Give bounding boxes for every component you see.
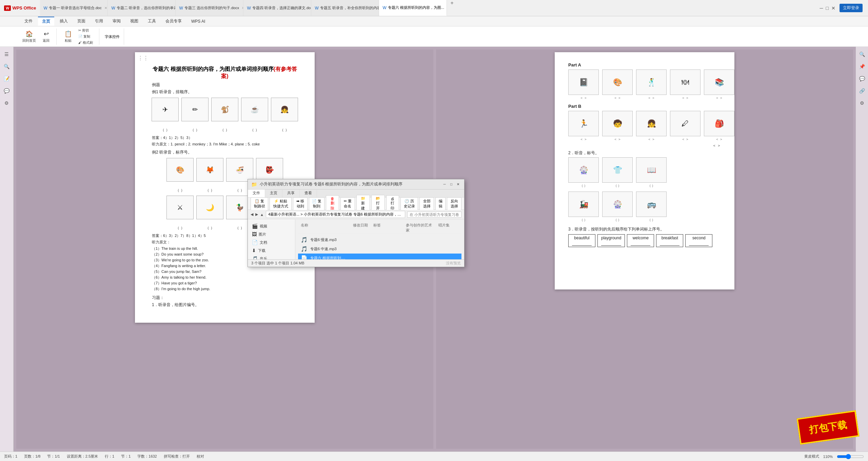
- tab-专题一 [interactable]: W专题一 听录音选出字母组合.doc✕: [40, 0, 108, 16]
- dialog-tab-file[interactable]: 文件: [248, 189, 265, 197]
- right-sidebar-icon-1[interactable]: 🔍: [857, 49, 867, 59]
- sidebar-icon-5[interactable]: ⚙: [2, 98, 12, 108]
- ribbon-tab-会员专享[interactable]: 会员专享: [161, 17, 186, 25]
- cut-button[interactable]: ✂ 剪切: [76, 28, 95, 33]
- add-tab-button[interactable]: +: [447, 0, 457, 16]
- paste-button[interactable]: 📋 粘贴: [62, 29, 74, 44]
- toolbar-btn-invert[interactable]: 反向选择: [447, 197, 461, 210]
- sidebar-item-pictures[interactable]: 🖼 图片: [248, 230, 295, 238]
- sidebar-icon-2[interactable]: 🔍: [2, 62, 12, 71]
- dialog-tab-share[interactable]: 共享: [282, 189, 300, 197]
- sidebar-item-docs[interactable]: 📄 文档: [248, 238, 295, 246]
- toolbar-btn-edit[interactable]: 编辑: [435, 197, 446, 210]
- toolbar-btn-history[interactable]: 🕐 历史记录: [400, 197, 418, 210]
- search-input[interactable]: [407, 212, 461, 218]
- restore-icon[interactable]: □: [826, 5, 829, 11]
- right-sidebar-icon-3[interactable]: 💬: [857, 74, 867, 83]
- nav-up-arrow[interactable]: ▲: [260, 213, 264, 217]
- ribbon-tab-插入[interactable]: 插入: [56, 17, 72, 25]
- toolbar-btn-select-all[interactable]: 全部选择: [419, 197, 434, 210]
- sidebar-item-downloads[interactable]: ⬇ 下载: [248, 246, 295, 255]
- img-cell-a1: 📓 ＜ ＞: [568, 69, 599, 100]
- ex2-label: 例2 听录音，标序号。: [152, 149, 298, 155]
- ribbon-tab-页面[interactable]: 页面: [73, 17, 90, 25]
- format-painter[interactable]: 🖌 格式刷: [76, 40, 95, 45]
- tab-专题三 [interactable]: W专题三 选出你所听到的句子.docx✕: [176, 0, 243, 16]
- img-2b-2: 🌙 （ ）: [196, 196, 223, 230]
- right-sidebar-icon-5[interactable]: ⚙: [857, 98, 867, 108]
- ribbon-tab-视图[interactable]: 视图: [126, 17, 142, 25]
- dialog-close[interactable]: ✕: [455, 182, 461, 187]
- example-label: 例题: [152, 82, 298, 88]
- toolbar-btn-delete[interactable]: 🗑 删除: [326, 195, 339, 212]
- img-q2-6: 🚌 （ ）: [636, 192, 667, 222]
- toolbar-btn-1[interactable]: 📋 复制路径: [251, 197, 268, 210]
- zoom-slider[interactable]: [837, 454, 864, 459]
- dialog-controls: ─ □ ✕: [442, 182, 461, 187]
- ribbon-tabs: 文件主页插入页面引用审阅视图工具会员专享WPS AI: [0, 16, 868, 26]
- tab-专题四 [interactable]: W专题四 听录音，选择正确的课文.doc...✕: [243, 0, 311, 16]
- img-container-5: 👧 （ ）: [271, 98, 298, 133]
- sidebar-item-video[interactable]: 🎬 视频: [248, 222, 295, 230]
- dialog-tab-home[interactable]: 主页: [265, 189, 282, 197]
- sidebar-icon-1[interactable]: ☰: [2, 49, 12, 59]
- close-icon[interactable]: ✕: [831, 5, 835, 11]
- part-b-label: Part B: [568, 104, 721, 109]
- file-item-1[interactable]: 🎵 专题6 慢速.mp3: [298, 235, 461, 244]
- img-container-4: ☕ （ ）: [241, 98, 268, 133]
- toolbar-btn-print[interactable]: 🖨 打印: [386, 195, 399, 212]
- img-cell-b2: 🧒 ＜ ＞: [602, 111, 633, 142]
- dialog-minimize[interactable]: ─: [442, 182, 447, 187]
- dialog-status-text: 3 个项目 选中 1 个项目 1.04 MB: [251, 261, 304, 266]
- img-2a-2: 🦊 （ ）: [196, 158, 223, 193]
- tab-专题五 [interactable]: W专题五 听录音，补全你所听到的内容...✕: [311, 0, 379, 16]
- ribbon-tab-WPS AI[interactable]: WPS AI: [187, 18, 209, 25]
- login-button[interactable]: 立即登录: [840, 4, 863, 12]
- ex-q1: 1．听录音，给图片编号。: [152, 302, 298, 308]
- dialog-maximize[interactable]: □: [449, 182, 454, 187]
- nav-back-arrow[interactable]: ◀: [251, 212, 253, 217]
- right-sidebar-icon-4[interactable]: 🔗: [857, 86, 867, 96]
- toolbar-btn-2[interactable]: ⚡ 粘贴快捷方式: [270, 197, 292, 210]
- status-spell: 拼写检查：打开: [164, 454, 190, 459]
- nav-path[interactable]: 4最新小升初英语... > 小升初英语听力专项复习试卷 专题6 根据所听到的内容…: [266, 211, 405, 218]
- tab-专题六 [interactable]: W专题六 根据所听到的内容，为图...✕: [379, 0, 447, 16]
- dialog-tab-view[interactable]: 查看: [300, 189, 317, 197]
- ribbon-tab-主页[interactable]: 主页: [38, 17, 54, 26]
- part-b-images: 🏃 ＜ ＞ 🧒 ＜ ＞ 👧 ＜ ＞ 🖊 ＜ ＞: [568, 111, 721, 142]
- nav-forward-arrow[interactable]: ▶: [255, 212, 258, 217]
- img-q2-3: 📖 （ ）: [636, 157, 667, 188]
- answer1: 答案：4）1）2）5）3）: [152, 135, 298, 140]
- back-button[interactable]: ↩ 返回: [40, 29, 52, 44]
- ribbon-tab-引用[interactable]: 引用: [91, 17, 107, 25]
- minimize-icon[interactable]: ─: [820, 5, 823, 11]
- ribbon-tab-工具[interactable]: 工具: [144, 17, 160, 25]
- no-preview: 没有预览: [446, 261, 461, 266]
- sidebar-icon-4[interactable]: 💬: [2, 86, 12, 96]
- topbar-icons: ─ □ ✕: [820, 5, 835, 11]
- word-box-second: second: [685, 234, 712, 247]
- toolbar-btn-copy[interactable]: 📄 复制到: [309, 197, 324, 210]
- font-controls: 字体控件: [105, 34, 120, 39]
- sidebar-item-music[interactable]: 🎵 音乐: [248, 255, 295, 259]
- toolbar-btn-rename[interactable]: ✏ 重命名: [340, 197, 355, 210]
- img-2b-1: ⚔ （ ）: [166, 196, 194, 230]
- tab-专题二 [interactable]: W专题二 听录音，选出你所听到的单词...✕: [108, 0, 176, 16]
- home-button[interactable]: 🏠 回到首页: [20, 29, 38, 44]
- mp3-icon-2: 🎵: [301, 246, 308, 252]
- file-item-2[interactable]: 🎵 专题6 中速.mp3: [298, 244, 461, 254]
- img-box-2a-3: 🍜: [226, 158, 253, 182]
- img-cell-a5: 📚 ＜ ＞: [704, 69, 734, 100]
- ribbon-tab-审阅[interactable]: 审阅: [108, 17, 125, 25]
- drag-handle: ⋮⋮: [138, 55, 149, 61]
- sidebar-icon-3[interactable]: 📝: [2, 74, 12, 83]
- img-box-2b-1: ⚔: [166, 196, 194, 219]
- listening1: 听力原文：1. pencil；2. monkey；3. I'm Mike；4. …: [152, 142, 298, 147]
- tabs-bar: W专题一 听录音选出字母组合.doc✕W专题二 听录音，选出你所听到的单词...…: [40, 0, 814, 16]
- file-item-3[interactable]: 📄 专题六 根据所听到....: [298, 254, 461, 259]
- copy-button[interactable]: 📄 复制: [76, 34, 95, 39]
- img-cell-a4: 🍽 ＜ ＞: [670, 69, 701, 100]
- ribbon-tab-文件[interactable]: 文件: [20, 17, 37, 25]
- right-sidebar-icon-2[interactable]: 📌: [857, 62, 867, 71]
- toolbar-btn-move[interactable]: ➡ 移动到: [293, 197, 308, 210]
